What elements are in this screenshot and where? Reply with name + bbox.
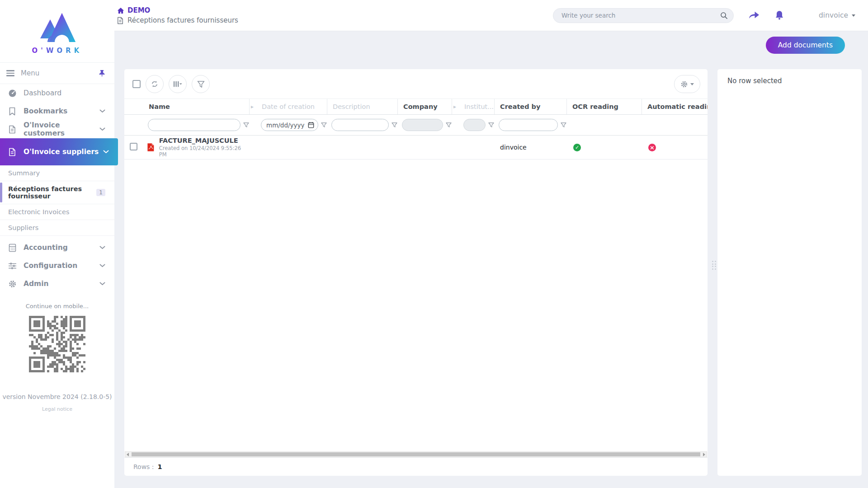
hamburger-icon — [6, 70, 14, 76]
submenu-label: Réceptions factures fournisseur — [8, 185, 94, 200]
chevron-down-icon — [99, 264, 105, 267]
calendar-icon[interactable] — [308, 122, 314, 128]
document-created-date: Created on 10/24/2024 9:55:26 PM — [159, 145, 249, 158]
date-placeholder: mm/dd/yyyy — [266, 122, 305, 129]
sidebar-item-label: O'Invoice suppliers — [24, 148, 103, 156]
sidebar-item-accounting[interactable]: Accounting — [0, 239, 114, 257]
notifications-bell-icon[interactable] — [774, 10, 784, 21]
panel-resize-handle[interactable] — [712, 261, 716, 270]
funnel-icon[interactable] — [243, 122, 249, 128]
mobile-hint: Continue on mobile... — [0, 303, 114, 310]
share-icon[interactable] — [748, 10, 760, 20]
sort-caret-icon[interactable]: ▸ — [452, 99, 459, 114]
sidebar: O'WORK Menu Dashboard Bookmarks — [0, 0, 114, 488]
pdf-file-icon — [147, 143, 155, 152]
filter-company-input — [402, 119, 443, 131]
gear-icon — [7, 280, 17, 288]
sidebar-item-configuration[interactable]: Configuration — [0, 257, 114, 275]
filter-description-input[interactable] — [331, 119, 389, 131]
sliders-icon — [7, 262, 17, 270]
app-logo[interactable]: O'WORK — [0, 0, 114, 62]
funnel-icon[interactable] — [561, 122, 566, 128]
column-header-date[interactable]: Date of creation — [256, 103, 327, 110]
table-settings-button[interactable] — [674, 75, 700, 93]
select-all-checkbox[interactable] — [132, 80, 141, 88]
sidebar-item-oinvoice-suppliers[interactable]: O'Invoice suppliers — [0, 138, 118, 165]
sidebar-item-dashboard[interactable]: Dashboard — [0, 84, 114, 102]
chevron-down-icon — [690, 83, 694, 85]
legal-notice-link[interactable]: Legal notice — [0, 406, 114, 412]
refresh-button[interactable] — [146, 75, 164, 93]
sort-caret-icon[interactable]: ▸ — [249, 99, 256, 114]
scrollbar-thumb[interactable] — [132, 452, 700, 456]
page-file-icon — [117, 17, 123, 24]
menu-label: Menu — [21, 69, 39, 77]
search-icon[interactable] — [720, 12, 728, 19]
filter-name-input[interactable] — [148, 119, 241, 131]
add-documents-button[interactable]: Add documents — [766, 37, 845, 54]
table-filter-row: mm/dd/yyyy — [124, 115, 708, 136]
ocr-success-icon: ✓ — [573, 144, 581, 151]
submenu-label: Summary — [8, 169, 40, 177]
no-row-selected-text: No row selected — [717, 69, 862, 85]
document-name[interactable]: FACTURE_MAJUSCULE — [159, 137, 249, 144]
column-header-company[interactable]: Company — [397, 99, 452, 114]
column-header-ocr[interactable]: OCR reading — [566, 99, 642, 114]
horizontal-scrollbar[interactable] — [125, 451, 707, 457]
chevron-down-icon — [852, 14, 855, 17]
row-checkbox[interactable] — [130, 143, 137, 150]
content-area: Add documents — [114, 31, 868, 488]
home-icon[interactable] — [117, 7, 124, 14]
submenu-item-electronic-invoices[interactable]: Electronic Invoices — [0, 204, 114, 220]
chevron-down-icon — [103, 150, 109, 154]
dashboard-icon — [7, 89, 17, 98]
pin-icon[interactable] — [99, 70, 105, 77]
sidebar-menu-toggle[interactable]: Menu — [0, 62, 114, 84]
column-header-name[interactable]: Name — [143, 103, 249, 110]
sidebar-item-oinvoice-customers[interactable]: O'Invoice customers — [0, 120, 114, 138]
scroll-right-icon[interactable] — [703, 453, 705, 456]
column-header-created-by[interactable]: Created by — [494, 99, 566, 114]
columns-button[interactable] — [169, 75, 187, 93]
version-text: version Novembre 2024 (2.18.0-5) — [0, 393, 114, 400]
chevron-down-icon — [99, 109, 105, 113]
chevron-down-icon — [99, 127, 105, 131]
table-toolbar — [124, 69, 708, 99]
username: dinvoice — [819, 11, 848, 19]
sidebar-item-label: O'Invoice customers — [24, 121, 99, 137]
column-header-description[interactable]: Description — [327, 99, 397, 114]
rows-label: Rows : — [133, 463, 154, 470]
filter-date-input[interactable]: mm/dd/yyyy — [261, 119, 318, 131]
rows-count: 1 — [158, 463, 162, 470]
sidebar-item-label: Dashboard — [24, 89, 105, 97]
invoice-file-icon — [7, 125, 17, 134]
top-header: DEMO Réceptions factures fournisseurs — [114, 0, 868, 31]
sidebar-item-bookmarks[interactable]: Bookmarks — [0, 102, 114, 120]
scroll-left-icon[interactable] — [127, 453, 129, 456]
sidebar-item-admin[interactable]: Admin — [0, 275, 114, 293]
submenu-label: Suppliers — [8, 224, 38, 231]
submenu-item-receptions-factures[interactable]: Réceptions factures fournisseur 1 — [0, 181, 114, 204]
submenu-item-suppliers[interactable]: Suppliers — [0, 220, 114, 236]
page-title: Réceptions factures fournisseurs — [127, 16, 238, 24]
column-header-automatic[interactable]: Automatic reading — [642, 99, 708, 114]
count-badge: 1 — [96, 189, 105, 196]
automatic-error-icon: × — [648, 144, 656, 151]
funnel-icon[interactable] — [321, 122, 327, 128]
env-label[interactable]: DEMO — [127, 6, 150, 14]
global-search[interactable] — [553, 8, 734, 23]
funnel-icon[interactable] — [392, 122, 397, 128]
filter-button[interactable] — [192, 75, 210, 93]
documents-table-panel: Name ▸ Date of creation Description Comp… — [124, 69, 708, 476]
qr-code — [29, 316, 85, 372]
filter-institution-input — [463, 119, 486, 131]
funnel-icon[interactable] — [446, 122, 452, 128]
submenu-item-summary[interactable]: Summary — [0, 165, 114, 181]
column-header-institution[interactable]: Institut... — [459, 103, 494, 110]
table-row[interactable]: FACTURE_MAJUSCULE Created on 10/24/2024 … — [124, 136, 708, 160]
search-input[interactable] — [561, 12, 720, 19]
funnel-icon[interactable] — [488, 122, 494, 128]
filter-created-by-input[interactable] — [499, 119, 558, 131]
created-by-value: dinvoice — [494, 144, 566, 151]
user-menu[interactable]: dinvoice — [819, 11, 855, 19]
